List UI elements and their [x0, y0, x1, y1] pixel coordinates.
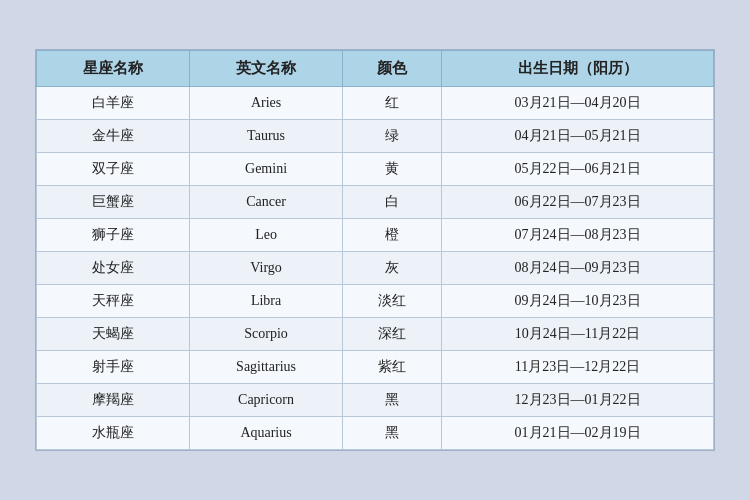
- cell-english-name: Gemini: [190, 153, 343, 186]
- cell-color: 橙: [343, 219, 442, 252]
- cell-chinese-name: 金牛座: [37, 120, 190, 153]
- table-row: 狮子座Leo橙07月24日—08月23日: [37, 219, 714, 252]
- cell-dates: 03月21日—04月20日: [442, 87, 714, 120]
- zodiac-table: 星座名称 英文名称 颜色 出生日期（阳历） 白羊座Aries红03月21日—04…: [36, 50, 714, 450]
- table-header-row: 星座名称 英文名称 颜色 出生日期（阳历）: [37, 51, 714, 87]
- cell-english-name: Taurus: [190, 120, 343, 153]
- cell-color: 黑: [343, 384, 442, 417]
- table-row: 双子座Gemini黄05月22日—06月21日: [37, 153, 714, 186]
- cell-chinese-name: 白羊座: [37, 87, 190, 120]
- cell-color: 绿: [343, 120, 442, 153]
- cell-chinese-name: 狮子座: [37, 219, 190, 252]
- header-dates: 出生日期（阳历）: [442, 51, 714, 87]
- cell-dates: 12月23日—01月22日: [442, 384, 714, 417]
- cell-chinese-name: 双子座: [37, 153, 190, 186]
- cell-chinese-name: 处女座: [37, 252, 190, 285]
- cell-english-name: Capricorn: [190, 384, 343, 417]
- cell-english-name: Sagittarius: [190, 351, 343, 384]
- table-row: 白羊座Aries红03月21日—04月20日: [37, 87, 714, 120]
- cell-color: 淡红: [343, 285, 442, 318]
- cell-chinese-name: 射手座: [37, 351, 190, 384]
- table-row: 金牛座Taurus绿04月21日—05月21日: [37, 120, 714, 153]
- table-row: 摩羯座Capricorn黑12月23日—01月22日: [37, 384, 714, 417]
- header-chinese-name: 星座名称: [37, 51, 190, 87]
- table-row: 天蝎座Scorpio深红10月24日—11月22日: [37, 318, 714, 351]
- cell-color: 白: [343, 186, 442, 219]
- cell-dates: 05月22日—06月21日: [442, 153, 714, 186]
- table-row: 天秤座Libra淡红09月24日—10月23日: [37, 285, 714, 318]
- table-body: 白羊座Aries红03月21日—04月20日金牛座Taurus绿04月21日—0…: [37, 87, 714, 450]
- cell-english-name: Virgo: [190, 252, 343, 285]
- cell-chinese-name: 巨蟹座: [37, 186, 190, 219]
- cell-color: 深红: [343, 318, 442, 351]
- cell-english-name: Aries: [190, 87, 343, 120]
- table-row: 射手座Sagittarius紫红11月23日—12月22日: [37, 351, 714, 384]
- header-english-name: 英文名称: [190, 51, 343, 87]
- cell-english-name: Aquarius: [190, 417, 343, 450]
- cell-color: 红: [343, 87, 442, 120]
- cell-dates: 07月24日—08月23日: [442, 219, 714, 252]
- header-color: 颜色: [343, 51, 442, 87]
- cell-dates: 11月23日—12月22日: [442, 351, 714, 384]
- cell-color: 灰: [343, 252, 442, 285]
- cell-english-name: Libra: [190, 285, 343, 318]
- table-row: 水瓶座Aquarius黑01月21日—02月19日: [37, 417, 714, 450]
- cell-color: 黑: [343, 417, 442, 450]
- cell-dates: 06月22日—07月23日: [442, 186, 714, 219]
- cell-dates: 01月21日—02月19日: [442, 417, 714, 450]
- cell-dates: 10月24日—11月22日: [442, 318, 714, 351]
- cell-chinese-name: 水瓶座: [37, 417, 190, 450]
- cell-chinese-name: 天蝎座: [37, 318, 190, 351]
- cell-color: 黄: [343, 153, 442, 186]
- cell-english-name: Cancer: [190, 186, 343, 219]
- cell-dates: 09月24日—10月23日: [442, 285, 714, 318]
- cell-chinese-name: 天秤座: [37, 285, 190, 318]
- cell-english-name: Scorpio: [190, 318, 343, 351]
- zodiac-table-container: 星座名称 英文名称 颜色 出生日期（阳历） 白羊座Aries红03月21日—04…: [35, 49, 715, 451]
- cell-chinese-name: 摩羯座: [37, 384, 190, 417]
- cell-dates: 08月24日—09月23日: [442, 252, 714, 285]
- table-row: 处女座Virgo灰08月24日—09月23日: [37, 252, 714, 285]
- cell-color: 紫红: [343, 351, 442, 384]
- cell-dates: 04月21日—05月21日: [442, 120, 714, 153]
- cell-english-name: Leo: [190, 219, 343, 252]
- table-row: 巨蟹座Cancer白06月22日—07月23日: [37, 186, 714, 219]
